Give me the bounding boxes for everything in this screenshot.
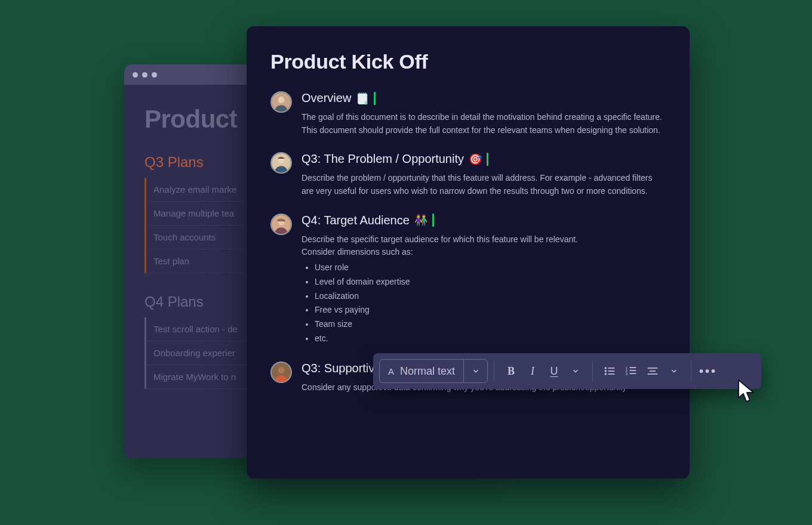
audience-intro: Describe the specific target audience fo… bbox=[302, 233, 666, 246]
svg-point-10 bbox=[605, 370, 607, 372]
window-dot-icon bbox=[152, 72, 157, 78]
text-style-label: Normal text bbox=[400, 365, 455, 378]
list-item: Level of domain expertise bbox=[315, 276, 666, 289]
section-body[interactable]: The goal of this document is to describe… bbox=[302, 111, 666, 137]
notepad-icon: 🗒️ bbox=[356, 92, 369, 105]
svg-rect-20 bbox=[648, 368, 658, 369]
section-problem: Q3: The Problem / Opportunity 🎯 Describe… bbox=[270, 152, 666, 197]
window-dot-icon bbox=[133, 72, 138, 78]
text-style-dropdown-button[interactable] bbox=[463, 360, 487, 382]
svg-rect-17 bbox=[630, 370, 636, 371]
document-window: Product Kick Off Overview 🗒️ The goal of… bbox=[247, 26, 690, 478]
separator bbox=[592, 361, 593, 381]
svg-rect-22 bbox=[648, 373, 658, 375]
svg-text:3: 3 bbox=[626, 372, 628, 376]
audience-consider: Consider dimensions such as: bbox=[302, 246, 666, 259]
avatar bbox=[270, 214, 292, 235]
list-item: etc. bbox=[315, 332, 666, 345]
section-body[interactable]: Describe the specific target audience fo… bbox=[302, 233, 666, 345]
window-dot-icon bbox=[142, 72, 147, 78]
cursor-caret-icon bbox=[487, 153, 488, 166]
separator bbox=[494, 361, 494, 381]
section-title[interactable]: Q3: The Problem / Opportunity bbox=[302, 152, 464, 166]
svg-rect-15 bbox=[630, 367, 636, 368]
section-audience: Q4: Target Audience 👫 Describe the speci… bbox=[270, 214, 666, 347]
bold-button[interactable]: B bbox=[500, 359, 522, 383]
text-format-dropdown-button[interactable] bbox=[565, 359, 586, 383]
underline-button[interactable]: U bbox=[543, 359, 565, 383]
svg-rect-13 bbox=[608, 373, 615, 375]
cursor-caret-icon bbox=[374, 92, 376, 105]
section-body[interactable]: Describe the problem / opportunity that … bbox=[302, 172, 666, 197]
text-style-selector[interactable]: A Normal text bbox=[379, 359, 488, 383]
avatar bbox=[270, 91, 292, 113]
section-title[interactable]: Q4: Target Audience bbox=[302, 214, 410, 227]
svg-point-12 bbox=[605, 373, 607, 375]
formatting-toolbar: A Normal text B I U 123 ••• bbox=[373, 353, 761, 389]
svg-point-7 bbox=[278, 367, 285, 373]
avatar bbox=[270, 152, 292, 174]
list-item: Team size bbox=[315, 318, 666, 331]
text-style-letter-icon: A bbox=[388, 366, 394, 376]
svg-point-8 bbox=[605, 367, 607, 369]
section-overview: Overview 🗒️ The goal of this document is… bbox=[270, 91, 666, 137]
svg-rect-11 bbox=[608, 370, 615, 372]
list-item: Localization bbox=[315, 290, 666, 303]
more-options-button[interactable]: ••• bbox=[697, 359, 719, 383]
svg-point-1 bbox=[278, 97, 285, 103]
mouse-cursor-icon bbox=[737, 379, 757, 406]
people-icon: 👫 bbox=[414, 214, 427, 227]
document-title[interactable]: Product Kick Off bbox=[270, 50, 666, 73]
align-button[interactable] bbox=[642, 359, 663, 383]
numbered-list-button[interactable]: 123 bbox=[620, 359, 642, 383]
avatar bbox=[270, 362, 292, 383]
list-item: User role bbox=[315, 261, 666, 274]
list-item: Free vs paying bbox=[315, 304, 666, 317]
svg-rect-21 bbox=[650, 370, 656, 372]
separator bbox=[691, 361, 691, 381]
cursor-caret-icon bbox=[432, 214, 434, 227]
svg-rect-9 bbox=[608, 368, 615, 369]
italic-button[interactable]: I bbox=[522, 359, 543, 383]
section-title[interactable]: Overview bbox=[302, 91, 351, 105]
list-dropdown-button[interactable] bbox=[663, 359, 685, 383]
target-icon: 🎯 bbox=[469, 153, 482, 166]
bulleted-list-button[interactable] bbox=[599, 359, 620, 383]
svg-rect-19 bbox=[630, 373, 636, 374]
